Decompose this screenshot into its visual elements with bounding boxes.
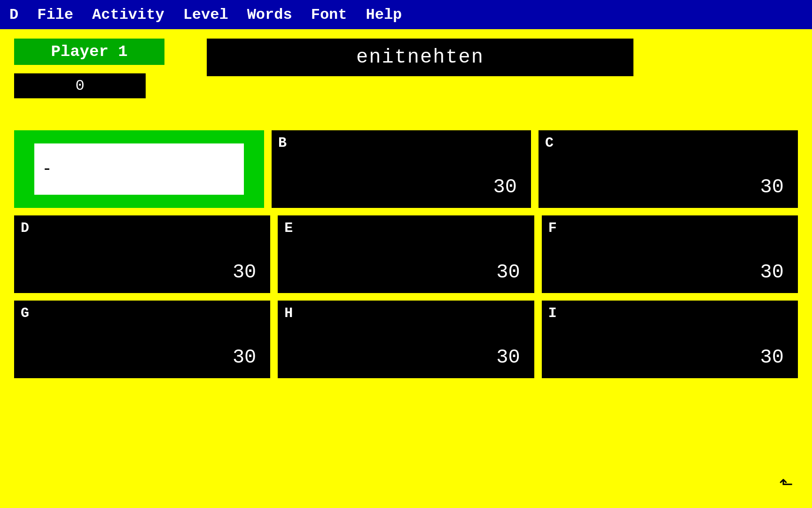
scrambled-word-box: enitnehten (207, 39, 633, 76)
menu-item-d[interactable]: D (9, 6, 18, 24)
cell-c-letter: C (545, 135, 554, 151)
answer-cursor: - (42, 159, 52, 179)
cell-d[interactable]: D 30 (14, 215, 270, 293)
main-area: Player 1 0 enitnehten - B 30 C 30 D (0, 29, 812, 508)
menu-bar: D File Activity Level Words Font Help (0, 0, 812, 29)
cell-e[interactable]: E 30 (278, 215, 534, 293)
cell-g-value: 30 (233, 346, 256, 369)
menu-item-help[interactable]: Help (366, 6, 402, 24)
cell-f-value: 30 (760, 261, 784, 284)
player-score-box: 0 (14, 73, 146, 98)
cell-e-value: 30 (496, 261, 520, 284)
player-name-box: Player 1 (14, 39, 164, 65)
scrambled-word: enitnehten (356, 46, 484, 69)
menu-item-activity[interactable]: Activity (92, 6, 164, 24)
cell-i-letter: I (548, 305, 557, 321)
cell-b-letter: B (278, 135, 287, 151)
menu-item-level[interactable]: Level (183, 6, 228, 24)
answer-input-box[interactable]: - (34, 143, 243, 195)
cell-d-letter: D (21, 220, 29, 236)
cell-g-letter: G (21, 305, 29, 321)
cell-i[interactable]: I 30 (542, 301, 798, 378)
cell-f-letter: F (548, 220, 557, 236)
cell-h-letter: H (284, 305, 293, 321)
cell-i-value: 30 (760, 346, 784, 369)
player-score: 0 (75, 77, 84, 95)
cell-a[interactable]: - (14, 130, 264, 208)
cell-c-value: 30 (760, 176, 784, 198)
menu-item-words[interactable]: Words (247, 6, 292, 24)
cell-b[interactable]: B 30 (272, 130, 531, 208)
cell-d-value: 30 (233, 261, 256, 284)
mouse-cursor: ⬑ (779, 477, 793, 494)
cell-h-value: 30 (496, 346, 520, 369)
menu-item-font[interactable]: Font (311, 6, 347, 24)
menu-item-file[interactable]: File (37, 6, 73, 24)
player-name: Player 1 (51, 43, 127, 61)
cell-f[interactable]: F 30 (542, 215, 798, 293)
cell-c[interactable]: C 30 (539, 130, 798, 208)
cell-b-value: 30 (493, 176, 517, 198)
cell-g[interactable]: G 30 (14, 301, 270, 378)
cell-e-letter: E (284, 220, 293, 236)
cell-h[interactable]: H 30 (278, 301, 534, 378)
